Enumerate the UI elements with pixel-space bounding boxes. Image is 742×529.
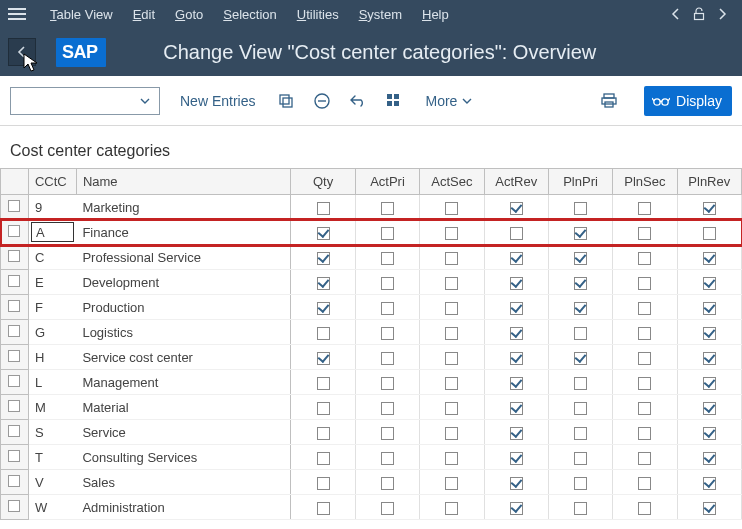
- actsec-checkbox[interactable]: [420, 345, 484, 370]
- qty-checkbox[interactable]: [291, 445, 355, 470]
- col-plnpri[interactable]: PlnPri: [548, 169, 612, 195]
- plnrev-checkbox[interactable]: [677, 220, 741, 245]
- actrev-checkbox[interactable]: [484, 370, 548, 395]
- actrev-checkbox[interactable]: [484, 445, 548, 470]
- actsec-checkbox[interactable]: [420, 470, 484, 495]
- cctc-cell[interactable]: L: [28, 370, 76, 395]
- actpri-checkbox[interactable]: [355, 370, 419, 395]
- plnpri-checkbox[interactable]: [548, 370, 612, 395]
- menu-utilities[interactable]: Utilities: [287, 3, 349, 26]
- actpri-checkbox[interactable]: [355, 495, 419, 520]
- chevron-right-icon[interactable]: [716, 8, 728, 20]
- name-cell[interactable]: Production: [76, 295, 291, 320]
- select-block-icon[interactable]: [383, 90, 405, 112]
- plnsec-checkbox[interactable]: [613, 320, 677, 345]
- col-select[interactable]: [1, 169, 29, 195]
- row-selector[interactable]: [1, 445, 29, 470]
- row-selector[interactable]: [1, 470, 29, 495]
- row-selector[interactable]: [1, 245, 29, 270]
- chevron-left-icon[interactable]: [670, 8, 682, 20]
- row-selector[interactable]: [1, 395, 29, 420]
- actrev-checkbox[interactable]: [484, 220, 548, 245]
- more-button[interactable]: More: [419, 93, 479, 109]
- name-cell[interactable]: Professional Service: [76, 245, 291, 270]
- row-selector[interactable]: [1, 370, 29, 395]
- actsec-checkbox[interactable]: [420, 220, 484, 245]
- actpri-checkbox[interactable]: [355, 220, 419, 245]
- col-plnsec[interactable]: PlnSec: [613, 169, 677, 195]
- plnrev-checkbox[interactable]: [677, 445, 741, 470]
- actrev-checkbox[interactable]: [484, 420, 548, 445]
- plnrev-checkbox[interactable]: [677, 495, 741, 520]
- row-selector[interactable]: [1, 420, 29, 445]
- actpri-checkbox[interactable]: [355, 195, 419, 220]
- actsec-checkbox[interactable]: [420, 420, 484, 445]
- col-actsec[interactable]: ActSec: [420, 169, 484, 195]
- plnrev-checkbox[interactable]: [677, 270, 741, 295]
- name-cell[interactable]: Service: [76, 420, 291, 445]
- qty-checkbox[interactable]: [291, 295, 355, 320]
- cctc-cell[interactable]: C: [28, 245, 76, 270]
- plnpri-checkbox[interactable]: [548, 395, 612, 420]
- plnpri-checkbox[interactable]: [548, 245, 612, 270]
- actpri-checkbox[interactable]: [355, 295, 419, 320]
- plnrev-checkbox[interactable]: [677, 395, 741, 420]
- plnsec-checkbox[interactable]: [613, 345, 677, 370]
- menu-edit[interactable]: Edit: [123, 3, 165, 26]
- name-cell[interactable]: Material: [76, 395, 291, 420]
- actrev-checkbox[interactable]: [484, 495, 548, 520]
- plnpri-checkbox[interactable]: [548, 420, 612, 445]
- plnrev-checkbox[interactable]: [677, 420, 741, 445]
- plnpri-checkbox[interactable]: [548, 320, 612, 345]
- qty-checkbox[interactable]: [291, 420, 355, 445]
- qty-checkbox[interactable]: [291, 245, 355, 270]
- qty-checkbox[interactable]: [291, 495, 355, 520]
- actpri-checkbox[interactable]: [355, 445, 419, 470]
- plnsec-checkbox[interactable]: [613, 495, 677, 520]
- menu-help[interactable]: Help: [412, 3, 459, 26]
- qty-checkbox[interactable]: [291, 395, 355, 420]
- qty-checkbox[interactable]: [291, 470, 355, 495]
- plnsec-checkbox[interactable]: [613, 395, 677, 420]
- name-cell[interactable]: Development: [76, 270, 291, 295]
- plnrev-checkbox[interactable]: [677, 195, 741, 220]
- cctc-cell[interactable]: A: [28, 220, 76, 245]
- actpri-checkbox[interactable]: [355, 345, 419, 370]
- back-button[interactable]: [8, 38, 36, 66]
- actsec-checkbox[interactable]: [420, 295, 484, 320]
- plnsec-checkbox[interactable]: [613, 295, 677, 320]
- actsec-checkbox[interactable]: [420, 320, 484, 345]
- name-cell[interactable]: Management: [76, 370, 291, 395]
- plnpri-checkbox[interactable]: [548, 470, 612, 495]
- row-selector[interactable]: [1, 220, 29, 245]
- actsec-checkbox[interactable]: [420, 245, 484, 270]
- display-button[interactable]: Display: [644, 86, 732, 116]
- name-cell[interactable]: Logistics: [76, 320, 291, 345]
- row-selector[interactable]: [1, 270, 29, 295]
- plnrev-checkbox[interactable]: [677, 370, 741, 395]
- qty-checkbox[interactable]: [291, 345, 355, 370]
- name-cell[interactable]: Sales: [76, 470, 291, 495]
- plnsec-checkbox[interactable]: [613, 420, 677, 445]
- copy-as-icon[interactable]: [275, 90, 297, 112]
- actrev-checkbox[interactable]: [484, 295, 548, 320]
- print-icon[interactable]: [598, 90, 620, 112]
- actsec-checkbox[interactable]: [420, 495, 484, 520]
- actpri-checkbox[interactable]: [355, 470, 419, 495]
- qty-checkbox[interactable]: [291, 370, 355, 395]
- qty-checkbox[interactable]: [291, 270, 355, 295]
- actrev-checkbox[interactable]: [484, 345, 548, 370]
- col-name[interactable]: Name: [76, 169, 291, 195]
- row-selector[interactable]: [1, 295, 29, 320]
- menu-goto[interactable]: Goto: [165, 3, 213, 26]
- cctc-cell[interactable]: F: [28, 295, 76, 320]
- cctc-input[interactable]: A: [31, 222, 75, 242]
- new-entries-button[interactable]: New Entries: [174, 93, 261, 109]
- undo-icon[interactable]: [347, 90, 369, 112]
- name-cell[interactable]: Service cost center: [76, 345, 291, 370]
- row-selector[interactable]: [1, 320, 29, 345]
- qty-checkbox[interactable]: [291, 195, 355, 220]
- actpri-checkbox[interactable]: [355, 420, 419, 445]
- name-cell[interactable]: Finance: [76, 220, 291, 245]
- cctc-cell[interactable]: V: [28, 470, 76, 495]
